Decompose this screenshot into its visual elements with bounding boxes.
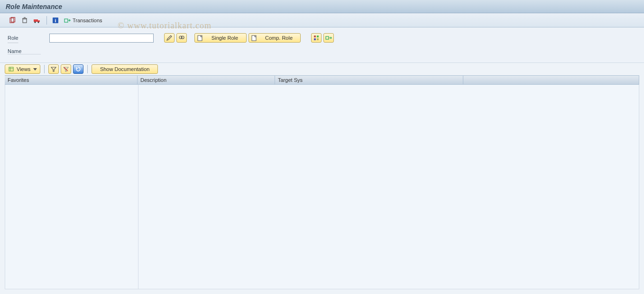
form-area: Role Single Role Comp. Role <box>0 27 644 63</box>
transactions-button[interactable]: Transactions <box>62 16 104 25</box>
toolbar-separator <box>46 16 47 25</box>
display-button[interactable] <box>176 33 187 43</box>
svg-point-7 <box>34 21 36 23</box>
inheritance-button[interactable] <box>323 33 334 43</box>
transport-icon[interactable] <box>31 16 43 25</box>
svg-rect-16 <box>314 36 316 37</box>
filter-button[interactable] <box>48 64 59 74</box>
edit-button[interactable] <box>164 33 175 43</box>
where-used-button[interactable] <box>311 33 322 43</box>
watermark-text: © www.tutorialkart.com <box>118 21 212 31</box>
svg-rect-11 <box>64 19 68 22</box>
grid-toolbar: Views Show Documentation <box>0 63 644 75</box>
chevron-down-icon <box>33 68 37 71</box>
delete-icon[interactable] <box>19 16 30 25</box>
window: Role Maintenance i Transactions © www.tu… <box>0 0 644 294</box>
role-input[interactable] <box>49 34 154 43</box>
page-title: Role Maintenance <box>6 3 62 10</box>
name-row: Name <box>8 45 639 57</box>
svg-line-24 <box>64 67 68 71</box>
views-label: Views <box>17 66 30 72</box>
role-label: Role <box>8 35 47 41</box>
grid-section: Views Show Documentation Favorites Descr… <box>0 63 644 294</box>
svg-rect-19 <box>317 38 319 40</box>
svg-point-13 <box>181 36 184 39</box>
app-toolbar: i Transactions <box>0 13 644 27</box>
grid-header-target-sys[interactable]: Target Sys <box>275 76 463 84</box>
role-row: Role Single Role Comp. Role <box>8 32 639 44</box>
svg-rect-5 <box>34 19 38 22</box>
svg-rect-2 <box>23 19 27 23</box>
info-icon[interactable]: i <box>50 16 61 25</box>
grid-header: Favorites Description Target Sys <box>5 75 639 85</box>
svg-point-8 <box>37 21 39 23</box>
grid-header-description[interactable]: Description <box>138 76 275 84</box>
grid-body <box>5 85 639 289</box>
transactions-label: Transactions <box>73 18 102 23</box>
svg-rect-21 <box>9 67 13 71</box>
comp-role-label: Comp. Role <box>261 35 296 41</box>
svg-text:i: i <box>55 18 56 23</box>
refresh-button[interactable] <box>73 64 83 74</box>
svg-rect-17 <box>317 36 319 37</box>
show-documentation-button[interactable]: Show Documentation <box>92 64 158 74</box>
grid-header-favorites[interactable]: Favorites <box>5 76 138 84</box>
comp-role-button[interactable]: Comp. Role <box>248 33 301 43</box>
svg-rect-20 <box>326 36 329 39</box>
name-label: Name <box>8 48 41 54</box>
toolbar-separator <box>87 65 88 73</box>
svg-rect-18 <box>314 38 316 40</box>
grid-column-separator[interactable] <box>138 85 138 289</box>
copy-icon[interactable] <box>7 16 18 25</box>
single-role-button[interactable]: Single Role <box>194 33 247 43</box>
toolbar-separator <box>44 65 45 73</box>
title-bar: Role Maintenance <box>0 0 644 13</box>
grid-header-spare <box>463 76 639 84</box>
delete-filter-button[interactable] <box>61 64 71 74</box>
views-button[interactable]: Views <box>5 64 40 74</box>
single-role-label: Single Role <box>207 35 242 41</box>
show-documentation-label: Show Documentation <box>100 66 150 72</box>
